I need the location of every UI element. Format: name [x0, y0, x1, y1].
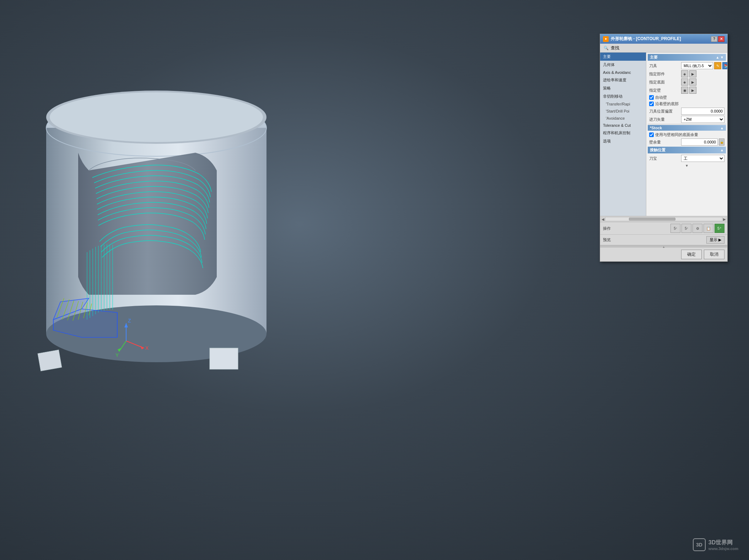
search-label: 查找 [611, 45, 619, 51]
tool-lib-btn[interactable]: 📚 [722, 62, 727, 69]
section-header-stock: *Stock ▲ [648, 125, 726, 131]
svg-text:X: X [145, 345, 149, 351]
tool-offset-label: 刀具位置偏置 [649, 109, 681, 114]
separator1 [648, 124, 726, 124]
nav-item-start[interactable]: 'Start/Drill Poi [600, 108, 646, 115]
tool-control: MILL (铣刀-5 ✎ 📚 ⚙ ▶ [681, 62, 727, 69]
cut-direction-label: 进刀矢量 [649, 117, 681, 122]
dialog-title: 外形轮廓铣 - [CONTOUR_PROFILE] [611, 36, 681, 42]
nav-item-axis[interactable]: Axis & Avoidanc [600, 69, 646, 76]
follow-wall-bottom-label: 沿着壁的底部 [655, 101, 679, 107]
operations-label: 操作 [603, 226, 611, 231]
scroll-down-arrow: ▼ [648, 163, 726, 168]
svg-text:Z: Z [128, 318, 131, 324]
search-icon: 🔍 [603, 45, 609, 51]
preview-icon: ▶ [718, 238, 721, 242]
part-icon1[interactable]: ◈ [681, 70, 688, 77]
nav-item-feedrate[interactable]: 进给率和速度 [600, 76, 646, 84]
specify-part-control: ◈ ▶ [681, 70, 724, 77]
3d-model: X Y Z [18, 28, 295, 384]
nav-item-noncut[interactable]: 非切削移动 [600, 92, 646, 100]
dialog-controls: ? ✕ [711, 36, 724, 42]
section-collapse-stock[interactable]: ▲ [720, 126, 724, 130]
tool-offset-control [681, 108, 724, 115]
content-panel: 主要 ▲ ▼ 刀具 MILL (铣刀-5 ✎ 📚 ⚙ ▶ 指定部件 [646, 53, 727, 216]
wall-stock-row: 壁余量 🔒 [648, 138, 726, 146]
nav-item-geometry[interactable]: 几何体 [600, 61, 646, 69]
lock-btn[interactable]: 🔒 [719, 138, 724, 146]
auto-wall-row: 自动壁 [648, 95, 726, 100]
contact-pos-label2: 刀宝 [649, 156, 681, 161]
cancel-button[interactable]: 取消 [704, 250, 724, 259]
tool-offset-row: 刀具位置偏置 [648, 108, 726, 115]
use-same-stock-row: 使用与壁相同的底面余量 [648, 132, 726, 137]
specify-floor-label: 指定底面 [649, 80, 681, 85]
tool-row: 刀具 MILL (铣刀-5 ✎ 📚 ⚙ ▶ [648, 62, 726, 69]
nav-scroll: ◀ ▶ [600, 216, 727, 222]
cut-direction-select[interactable]: +ZM [681, 116, 724, 123]
section-header-main: 主要 ▲ ▼ [648, 54, 726, 61]
dialog-body: 主要 几何体 Axis & Avoidanc 进给率和速度 策略 非切削移动 '… [600, 53, 727, 216]
preview-display-label: 显示 [710, 237, 717, 243]
svg-rect-37 [38, 350, 62, 371]
specify-floor-control: ◈ ▶ [681, 78, 724, 86]
wall-icon2[interactable]: ▶ [689, 87, 696, 94]
nav-item-tolerance[interactable]: Tolerance & Cut [600, 122, 646, 129]
watermark-text: 3D世界网 www.3dsjw.com [708, 539, 738, 551]
specify-part-row: 指定部件 ◈ ▶ [648, 70, 726, 77]
svg-rect-36 [210, 348, 238, 369]
main-dialog: ✦ 外形轮廓铣 - [CONTOUR_PROFILE] ? ✕ 🔍 查找 主要 … [600, 34, 728, 262]
section-collapse-main[interactable]: ▲ ▼ [716, 55, 724, 59]
part-icon2[interactable]: ▶ [689, 70, 696, 77]
specify-floor-row: 指定底面 ◈ ▶ [648, 78, 726, 86]
confirm-button[interactable]: 确定 [681, 250, 702, 259]
scroll-left-btn[interactable]: ◀ [602, 217, 604, 221]
nav-item-transfer[interactable]: 'Transfer/Rapi [600, 100, 646, 108]
nav-item-avoidance[interactable]: 'Avoidance [600, 115, 646, 122]
contact-pos-control: 工 [681, 155, 724, 162]
nav-item-strategy[interactable]: 策略 [600, 84, 646, 92]
scroll-right-btn[interactable]: ▶ [723, 217, 726, 221]
auto-wall-checkbox[interactable] [649, 95, 654, 100]
dialog-titlebar: ✦ 外形轮廓铣 - [CONTOUR_PROFILE] ? ✕ [600, 34, 727, 44]
operations-row: 操作 5ᶜ 5ᶜ ⚙ 📋 5⁺ [600, 222, 727, 234]
section-collapse-contact[interactable]: ▲ [720, 148, 724, 152]
auto-wall-label: 自动壁 [655, 95, 667, 100]
use-same-stock-checkbox[interactable] [649, 132, 654, 137]
use-same-stock-label: 使用与壁相同的底面余量 [655, 132, 698, 137]
tool-select[interactable]: MILL (铣刀-5 [681, 62, 713, 69]
section-header-contact: 接触位置 ▲ [648, 147, 726, 153]
nav-item-options[interactable]: 选项 [600, 137, 646, 145]
op-btn-3[interactable]: ⚙ [693, 224, 702, 233]
scroll-thumb [629, 218, 675, 221]
titlebar-icon: ✦ [603, 36, 609, 42]
close-button[interactable]: ✕ [718, 36, 724, 42]
floor-icon2[interactable]: ▶ [689, 78, 696, 86]
watermark-logo: 3D [693, 538, 706, 551]
svg-text:Y: Y [115, 352, 119, 358]
section-title-stock: *Stock [650, 126, 662, 130]
floor-icon1[interactable]: ◈ [681, 78, 688, 86]
tool-edit-btn[interactable]: ✎ [714, 62, 721, 69]
op-btn-1[interactable]: 5ᶜ [670, 224, 680, 233]
op-btn-special[interactable]: 5⁺ [715, 224, 724, 233]
contact-pos-select[interactable]: 工 [681, 155, 724, 162]
preview-display-btn[interactable]: 显示 ▶ [706, 236, 724, 244]
scrollbar-horizontal[interactable] [605, 217, 722, 221]
specify-wall-row: 指定壁 ◉ ▶ [648, 87, 726, 94]
watermark: 3D 3D世界网 www.3dsjw.com [693, 538, 738, 551]
wall-stock-input[interactable] [681, 138, 718, 146]
specify-wall-control: ◉ ▶ [681, 87, 724, 94]
nav-item-main[interactable]: 主要 [600, 53, 646, 61]
wall-icon1[interactable]: ◉ [681, 87, 688, 94]
section-title-main: 主要 [650, 55, 658, 60]
nav-panel: 主要 几何体 Axis & Avoidanc 进给率和速度 策略 非切削移动 '… [600, 53, 646, 216]
follow-wall-bottom-checkbox[interactable] [649, 102, 654, 106]
help-button[interactable]: ? [711, 36, 717, 42]
cut-direction-control: +ZM [681, 116, 724, 123]
nav-item-program[interactable]: 程序和机床控制 [600, 129, 646, 137]
tool-offset-input[interactable] [681, 108, 724, 115]
op-btn-4[interactable]: 📋 [704, 224, 713, 233]
preview-row: 预览 显示 ▶ [600, 234, 727, 245]
op-btn-2[interactable]: 5ᶜ [681, 224, 691, 233]
